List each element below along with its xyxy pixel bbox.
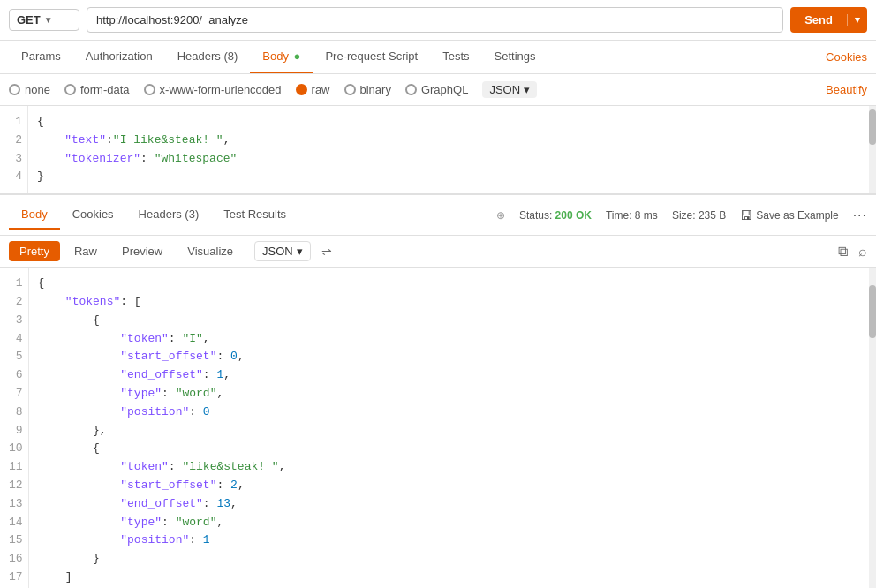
- tab-authorization[interactable]: Authorization: [73, 41, 165, 73]
- resp-tab-cookies[interactable]: Cookies: [60, 200, 126, 230]
- tab-pre-request[interactable]: Pre-request Script: [313, 41, 430, 73]
- send-arrow-icon: ▾: [847, 14, 867, 26]
- top-bar: GET ▼ Send ▾: [0, 0, 876, 41]
- request-code-editor: 1 2 3 4 { "text":"I like&steak! ", "toke…: [0, 106, 876, 195]
- search-button[interactable]: ⌕: [858, 244, 867, 260]
- body-type-urlencoded[interactable]: x-www-form-urlencoded: [144, 83, 282, 96]
- radio-raw: [296, 84, 307, 95]
- request-scrollbar[interactable]: [869, 106, 876, 193]
- more-options-button[interactable]: ···: [853, 207, 867, 223]
- resp-tab-body[interactable]: Body: [9, 200, 60, 230]
- view-tab-visualize[interactable]: Visualize: [177, 241, 244, 261]
- resp-json-dropdown[interactable]: JSON ▾: [254, 241, 311, 261]
- response-scrollbar[interactable]: [869, 268, 876, 588]
- response-view-tabs: Pretty Raw Preview Visualize JSON ▾ ⇌ ⧉ …: [0, 236, 876, 268]
- save-icon: 🖫: [740, 208, 752, 222]
- request-scrollbar-thumb: [869, 109, 876, 145]
- request-code-content[interactable]: { "text":"I like&steak! ", "tokenizer": …: [28, 106, 869, 193]
- size-label: Size: 235 B: [672, 209, 726, 222]
- beautify-button[interactable]: Beautify: [826, 83, 867, 96]
- method-chevron-icon: ▼: [44, 15, 53, 25]
- time-value: 8 ms: [635, 209, 658, 222]
- send-label: Send: [790, 13, 847, 26]
- method-label: GET: [17, 13, 41, 26]
- body-type-none[interactable]: none: [9, 83, 50, 96]
- radio-urlencoded: [144, 84, 155, 95]
- resp-tab-headers[interactable]: Headers (3): [126, 200, 212, 230]
- resp-dropdown-chevron-icon: ▾: [297, 245, 303, 258]
- method-select[interactable]: GET ▼: [9, 9, 79, 31]
- globe-icon: ⊕: [496, 209, 505, 222]
- response-code-editor: 12345 678910 1112131415 161718 { "tokens…: [0, 268, 876, 588]
- response-scrollbar-thumb: [869, 285, 876, 338]
- view-tab-pretty[interactable]: Pretty: [9, 241, 60, 261]
- view-tab-preview[interactable]: Preview: [111, 241, 173, 261]
- tab-settings[interactable]: Settings: [482, 41, 548, 73]
- json-format-dropdown[interactable]: JSON ▾: [482, 81, 537, 98]
- request-line-numbers: 1 2 3 4: [0, 106, 28, 193]
- body-type-binary[interactable]: binary: [344, 83, 391, 96]
- response-actions: ⧉ ⌕: [838, 244, 867, 260]
- response-code-content[interactable]: { "tokens": [ { "token": "I", "start_off…: [29, 268, 876, 588]
- save-as-example-button[interactable]: 🖫 Save as Example: [740, 208, 838, 222]
- radio-form-data: [64, 84, 76, 95]
- tab-params[interactable]: Params: [9, 41, 73, 73]
- tab-headers[interactable]: Headers (8): [165, 41, 251, 73]
- view-tab-raw[interactable]: Raw: [64, 241, 108, 261]
- radio-graphql: [405, 84, 417, 95]
- tab-tests[interactable]: Tests: [430, 41, 481, 73]
- cookies-link[interactable]: Cookies: [826, 50, 867, 64]
- radio-none: [9, 84, 20, 95]
- body-type-raw[interactable]: raw: [296, 83, 330, 96]
- size-value: 235 B: [699, 209, 726, 222]
- time-label: Time: 8 ms: [606, 209, 658, 222]
- request-tabs: Params Authorization Headers (8) Body ● …: [0, 41, 876, 74]
- response-line-numbers: 12345 678910 1112131415 161718: [0, 268, 29, 588]
- body-type-form-data[interactable]: form-data: [64, 83, 130, 96]
- status-value: 200 OK: [555, 209, 592, 222]
- json-dropdown-chevron-icon: ▾: [524, 83, 530, 96]
- url-input[interactable]: [87, 7, 783, 33]
- body-dot: ●: [291, 49, 300, 63]
- response-status-area: ⊕ Status: 200 OK Time: 8 ms Size: 235 B …: [496, 207, 867, 223]
- copy-button[interactable]: ⧉: [838, 244, 848, 260]
- wrap-icon[interactable]: ⇌: [321, 245, 332, 259]
- resp-tab-test-results[interactable]: Test Results: [211, 200, 298, 230]
- body-type-selector: none form-data x-www-form-urlencoded raw…: [0, 74, 876, 106]
- response-tabs: Body Cookies Headers (3) Test Results ⊕ …: [0, 195, 876, 236]
- radio-binary: [344, 84, 356, 95]
- tab-body[interactable]: Body ●: [250, 41, 313, 73]
- body-type-graphql[interactable]: GraphQL: [405, 83, 468, 96]
- send-button[interactable]: Send ▾: [790, 7, 867, 33]
- status-label: Status: 200 OK: [519, 209, 592, 222]
